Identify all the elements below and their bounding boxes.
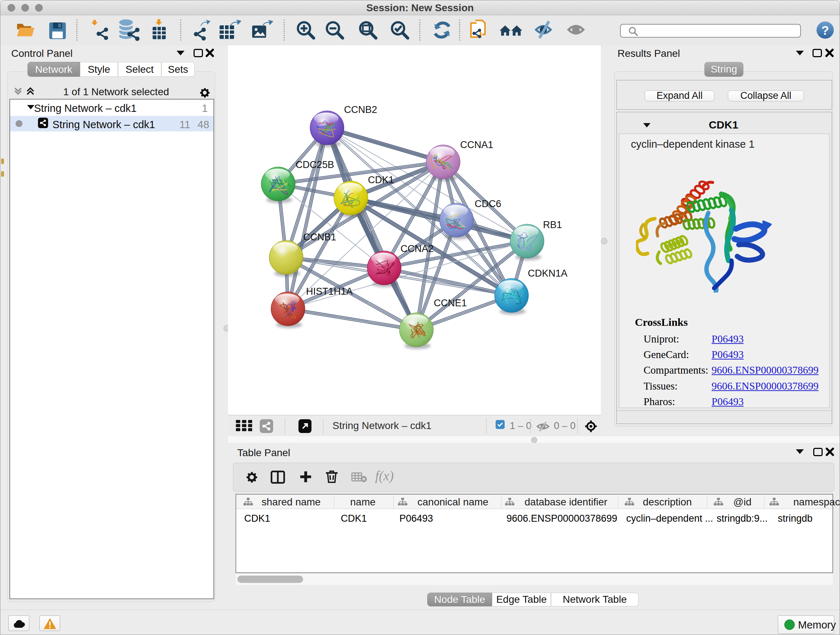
svg-text:CDK1: CDK1 bbox=[368, 174, 394, 185]
svg-text:CDKN1A: CDKN1A bbox=[528, 268, 568, 279]
svg-text:CDC25B: CDC25B bbox=[295, 159, 334, 170]
svg-text:HIST1H1A: HIST1H1A bbox=[306, 286, 353, 297]
svg-text:CCNA2: CCNA2 bbox=[401, 243, 434, 254]
svg-text:?: ? bbox=[821, 24, 829, 37]
svg-text:RB1: RB1 bbox=[543, 219, 562, 230]
svg-text:CDC6: CDC6 bbox=[475, 198, 501, 209]
svg-text:CCNB1: CCNB1 bbox=[303, 232, 336, 242]
svg-text:CCNB2: CCNB2 bbox=[344, 104, 377, 115]
svg-text:CCNA1: CCNA1 bbox=[460, 139, 493, 150]
svg-text:CCNE1: CCNE1 bbox=[434, 298, 467, 309]
